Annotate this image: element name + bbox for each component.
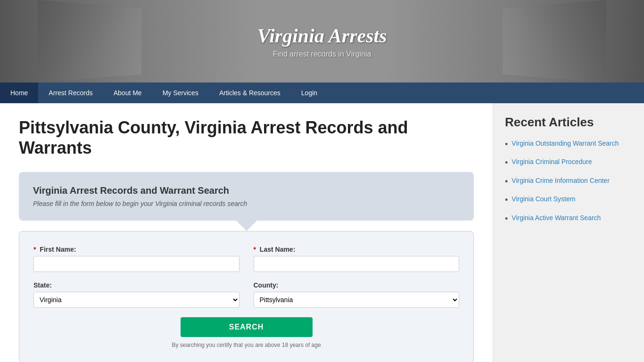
site-subtitle: Find arrest records in Virginia bbox=[257, 50, 387, 58]
state-group: State: Virginia bbox=[33, 281, 239, 308]
sidebar-title: Recent Articles bbox=[505, 115, 632, 130]
main-nav: Home Arrest Records About Me My Services… bbox=[0, 82, 644, 103]
nav-item-login[interactable]: Login bbox=[291, 82, 328, 103]
nav-item-home[interactable]: Home bbox=[0, 82, 38, 103]
search-banner-subtitle: Please fill in the form below to begin y… bbox=[33, 200, 460, 207]
article-link-2[interactable]: Virginia Criminal Procedure bbox=[512, 157, 592, 167]
header-content: Virginia Arrests Find arrest records in … bbox=[257, 25, 387, 58]
list-item: Virginia Crime Information Center bbox=[505, 176, 632, 187]
search-button-container: SEARCH bbox=[33, 317, 459, 337]
main-container: Pittsylvania County, Virginia Arrest Rec… bbox=[0, 103, 644, 362]
nav-item-arrest-records[interactable]: Arrest Records bbox=[38, 82, 103, 103]
nav-item-my-services[interactable]: My Services bbox=[152, 82, 209, 103]
required-star-last: * bbox=[254, 246, 256, 253]
site-title: Virginia Arrests bbox=[257, 25, 387, 47]
form-row-names: * First Name: * Last Name: bbox=[33, 246, 459, 272]
article-link-1[interactable]: Virginia Outstanding Warrant Search bbox=[512, 139, 619, 148]
article-link-3[interactable]: Virginia Crime Information Center bbox=[512, 176, 610, 186]
first-name-input[interactable] bbox=[33, 256, 239, 272]
sidebar: Recent Articles Virginia Outstanding War… bbox=[493, 103, 644, 362]
nav-item-about-me[interactable]: About Me bbox=[103, 82, 152, 103]
search-form-area: * First Name: * Last Name: State: bbox=[19, 231, 474, 362]
site-header: Virginia Arrests Find arrest records in … bbox=[0, 0, 644, 82]
search-button[interactable]: SEARCH bbox=[181, 317, 313, 337]
content-area: Pittsylvania County, Virginia Arrest Rec… bbox=[0, 103, 493, 362]
article-link-4[interactable]: Virginia Court System bbox=[512, 195, 575, 204]
form-row-location: State: Virginia County: Pittsylvania bbox=[33, 281, 459, 308]
list-item: Virginia Active Warrant Search bbox=[505, 214, 632, 224]
arrow-connector bbox=[236, 221, 257, 231]
last-name-label: * Last Name: bbox=[254, 246, 460, 253]
state-select[interactable]: Virginia bbox=[33, 292, 239, 308]
state-label: State: bbox=[33, 281, 239, 289]
page-title: Pittsylvania County, Virginia Arrest Rec… bbox=[19, 117, 474, 158]
form-disclaimer: By searching you certify that you are ab… bbox=[33, 342, 459, 348]
county-select[interactable]: Pittsylvania bbox=[254, 292, 460, 308]
required-star-first: * bbox=[33, 246, 36, 253]
list-item: Virginia Outstanding Warrant Search bbox=[505, 139, 632, 150]
article-link-5[interactable]: Virginia Active Warrant Search bbox=[512, 214, 601, 223]
search-banner: Virginia Arrest Records and Warrant Sear… bbox=[19, 172, 474, 221]
list-item: Virginia Criminal Procedure bbox=[505, 157, 632, 168]
search-banner-title: Virginia Arrest Records and Warrant Sear… bbox=[33, 185, 460, 196]
list-item: Virginia Court System bbox=[505, 195, 632, 206]
first-name-group: * First Name: bbox=[33, 246, 239, 272]
county-group: County: Pittsylvania bbox=[254, 281, 460, 308]
last-name-group: * Last Name: bbox=[254, 246, 460, 272]
first-name-label: * First Name: bbox=[33, 246, 239, 253]
recent-articles-list: Virginia Outstanding Warrant Search Virg… bbox=[505, 139, 632, 224]
nav-item-articles[interactable]: Articles & Resources bbox=[209, 82, 291, 103]
county-label: County: bbox=[254, 281, 460, 289]
last-name-input[interactable] bbox=[254, 256, 460, 272]
